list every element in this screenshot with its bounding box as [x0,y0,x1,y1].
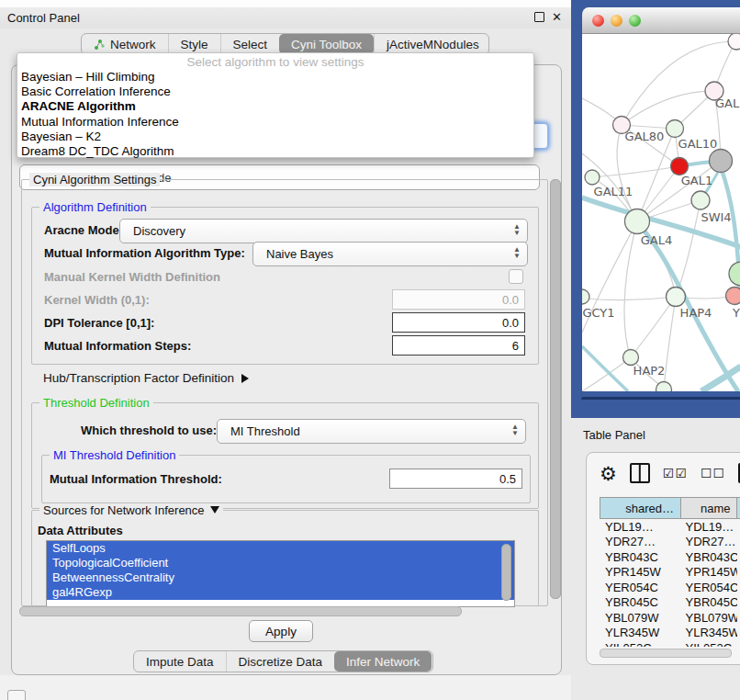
data-attribute-item[interactable]: gal4RGexp [47,585,514,600]
checked-columns-icon[interactable]: ☑☑ [663,466,688,480]
network-node-label: GAL4 [641,233,672,247]
algorithm-option[interactable]: Dream8 DC_TDC Algorithm [17,144,533,159]
tab-select[interactable]: Select [220,34,280,54]
network-node[interactable] [667,288,686,307]
network-node-label: HAP4 [680,306,712,320]
table-row[interactable]: YLR345WYLR345W9. [600,626,740,641]
mi-threshold-field[interactable]: 0.5 [389,469,522,489]
network-node-label: GAL11 [594,185,633,198]
network-node[interactable] [728,34,740,50]
table-cell: YER054C [600,581,681,594]
table-header-row[interactable]: shared…name [600,497,740,519]
algorithm-option[interactable]: Basic Correlation Inference [17,85,533,99]
tab-discretize-data[interactable]: Discretize Data [226,651,335,672]
data-attributes-list[interactable]: SelfLoopsTopologicalCoefficientBetweenne… [46,540,515,607]
table-horizontal-scrollbar[interactable] [600,649,740,657]
algorithm-option[interactable]: Mutual Information Inference [17,115,533,130]
sources-group: Sources for Network Inference Data Attri… [31,510,539,606]
tab-label: jActiveMNodules [387,38,479,51]
algorithm-option[interactable]: ARACNE Algorithm [17,99,533,114]
manual-kernel-width-checkbox[interactable] [509,269,523,284]
algorithm-option[interactable]: Bayesian – K2 [17,130,533,144]
tab-label: Style [181,38,208,51]
zoom-traffic-light-icon[interactable] [629,15,641,27]
kernel-width-field[interactable]: 0.0 [392,289,525,310]
table-row[interactable]: YBR045CYBR045C9. [600,595,740,611]
network-nodes[interactable]: GAL7GAL80GAL10GAL1GAL11SWI4GAL4GCY1HAP4Y… [582,34,740,391]
table-cell: YLR345W [681,626,738,639]
table-row[interactable]: YBR043CYBR043C [600,549,740,565]
data-attribute-item[interactable]: BetweennessCentrality [47,570,514,585]
list-scrollbar[interactable] [501,544,511,601]
network-node[interactable] [667,120,684,138]
table-row[interactable]: YDR27…YDR27…12 [600,535,740,550]
dock-panel-icon[interactable] [7,690,26,700]
table-cell: YER054C [681,581,738,594]
split-pane-icon[interactable] [630,463,650,483]
tab-impute-data[interactable]: Impute Data [134,651,226,672]
algorithm-option[interactable]: Bayesian – Hill Climbing [17,70,533,85]
data-attribute-item[interactable]: TopologicalCoefficient [47,556,514,570]
aracne-mode-label: Aracne Mode: [44,223,123,237]
network-node[interactable] [625,209,650,234]
network-canvas[interactable]: GAL7GAL80GAL10GAL1GAL11SWI4GAL4GCY1HAP4Y… [582,34,740,391]
cyni-algorithm-settings-group: Cyni Algorithm Settings Algorithm Defini… [21,179,548,606]
network-node[interactable] [671,158,689,175]
aracne-mode-combo[interactable]: Discovery ▲▼ [119,219,528,243]
network-node[interactable] [710,150,733,173]
column-header[interactable]: name [680,498,736,518]
which-threshold-value: MI Threshold [230,424,300,438]
network-node-label: HAP2 [633,364,666,378]
float-window-icon[interactable] [534,12,544,22]
minimize-traffic-light-icon[interactable] [611,15,622,27]
mi-threshold-group-title: MI Threshold Definition [50,448,179,462]
table-row[interactable]: YDL19…YDL19…13 [600,519,740,535]
sources-group-title[interactable]: Sources for Network Inference [39,503,223,517]
table-cell: YDR27… [600,535,681,548]
tab-label: Select [233,38,268,51]
tab-network[interactable]: Network [82,34,168,54]
apply-button[interactable]: Apply [249,620,313,642]
column-header[interactable]: shared… [600,498,680,518]
network-node[interactable] [656,382,672,392]
table-row[interactable]: YER054CYER054C8. [600,580,740,595]
data-attribute-item[interactable]: SelfLoops [47,541,514,556]
tab-label: Cyni Toolbox [291,38,362,51]
network-window-titlebar[interactable] [582,7,740,34]
network-node[interactable] [585,170,600,185]
mi-steps-label: Mutual Information Steps: [44,339,191,353]
hub-definition-toggle[interactable]: Hub/Transcription Factor Definition [43,371,249,385]
unchecked-columns-icon[interactable]: ☐☐ [701,466,725,480]
gear-icon[interactable]: ⚙ [600,464,617,483]
close-icon[interactable]: ✕ [552,11,562,23]
settings-horizontal-scrollbar[interactable] [19,606,554,615]
tab-style[interactable]: Style [168,34,220,54]
tab-cyni-toolbox[interactable]: Cyni Toolbox [279,34,374,54]
network-node[interactable] [726,288,740,305]
tab-infer-network[interactable]: Infer Network [334,651,432,672]
close-traffic-light-icon[interactable] [592,15,604,27]
apply-button-label: Apply [265,625,297,638]
threshold-definition-group: Threshold Definition Which threshold to … [31,402,539,509]
table-row[interactable]: YPR145WYPR145W9. [600,565,740,581]
network-node[interactable] [691,191,710,209]
table-cell: YBR045C [600,595,681,609]
tab-jactivemnodules[interactable]: jActiveMNodules [374,34,489,54]
settings-vertical-scrollbar[interactable] [550,179,561,599]
network-node-label: GAL1 [681,174,712,187]
network-node[interactable] [623,350,639,366]
table-rows[interactable]: YDL19…YDL19…13YDR27…YDR27…12YBR043CYBR04… [600,519,740,647]
tab-label: Impute Data [146,655,214,669]
bottom-tabbar: Impute DataDiscretize DataInfer Network [133,650,433,672]
network-node[interactable] [582,289,589,304]
control-panel-title: Control Panel [7,11,80,25]
table-cell: YBR043C [681,550,738,564]
which-threshold-combo[interactable]: MI Threshold ▲▼ [217,419,526,444]
dpi-tolerance-field[interactable]: 0.0 [392,312,525,333]
column-header[interactable] [736,498,740,518]
table-row[interactable]: YIL052CYIL052C9 [600,640,740,647]
table-row[interactable]: YBL079WYBL079W [600,610,740,626]
mi-algorithm-type-combo[interactable]: Naive Bayes ▲▼ [252,242,528,266]
mi-steps-field[interactable]: 6 [392,335,525,356]
network-node[interactable] [729,262,740,286]
